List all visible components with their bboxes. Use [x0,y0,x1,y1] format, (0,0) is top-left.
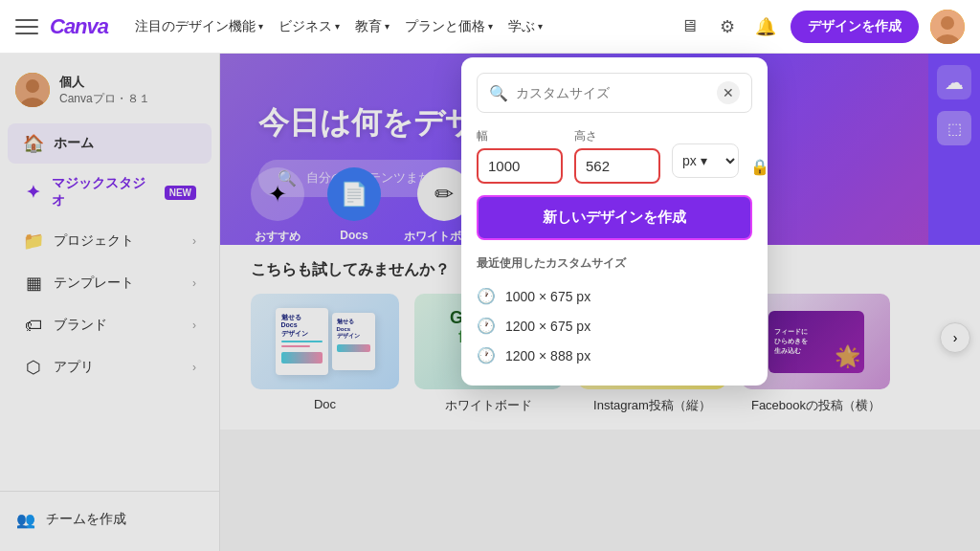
nav-bar: 注目のデザイン機能 ▾ ビジネス ▾ 教育 ▾ プランと価格 ▾ 学ぶ ▾ [127,18,550,35]
lock-button[interactable]: 🔒 [750,151,769,182]
chevron-down-icon: ▾ [385,21,390,32]
custom-size-dropdown: 🔍 ✕ 幅 高さ px ▾ cm mm in 🔒 新しいデザインを作成 最近使用… [461,57,768,386]
nav-business[interactable]: ビジネス ▾ [278,18,340,35]
header: Canva 注目のデザイン機能 ▾ ビジネス ▾ 教育 ▾ プランと価格 ▾ 学… [0,0,980,54]
clock-icon: 🕐 [477,287,496,305]
recent-item-2[interactable]: 🕐 1200 × 888 px [477,341,752,370]
recent-label: 最近使用したカスタムサイズ [477,255,752,272]
header-right: 🖥 ⚙ 🔔 デザインを作成 [676,10,965,44]
close-button[interactable]: ✕ [717,81,740,104]
chevron-down-icon: ▾ [488,21,493,32]
width-group: 幅 [477,128,563,184]
nav-features[interactable]: 注目のデザイン機能 ▾ [135,18,263,35]
height-input[interactable] [574,148,660,184]
dropdown-search-row: 🔍 ✕ [477,73,752,113]
width-label: 幅 [477,128,563,144]
nav-learn[interactable]: 学ぶ ▾ [508,18,543,35]
recent-item-0[interactable]: 🕐 1000 × 675 px [477,281,752,311]
logo[interactable]: Canva [50,14,108,39]
chevron-down-icon: ▾ [538,21,543,32]
create-new-design-button[interactable]: 新しいデザインを作成 [477,195,752,240]
recent-size-1: 1200 × 675 px [505,319,590,334]
nav-education[interactable]: 教育 ▾ [355,18,390,35]
monitor-icon[interactable]: 🖥 [676,13,702,40]
chevron-down-icon: ▾ [258,21,263,32]
recent-size-0: 1000 × 675 px [505,289,590,304]
clock-icon: 🕐 [477,317,496,335]
custom-size-search-input[interactable] [516,85,709,100]
create-design-button[interactable]: デザインを作成 [791,11,919,43]
height-label: 高さ [574,128,660,144]
nav-plans[interactable]: プランと価格 ▾ [405,18,493,35]
recent-item-1[interactable]: 🕐 1200 × 675 px [477,311,752,341]
clock-icon: 🕐 [477,346,496,364]
avatar[interactable] [930,10,965,44]
chevron-down-icon: ▾ [335,21,340,32]
width-input[interactable] [477,148,563,184]
dimensions-row: 幅 高さ px ▾ cm mm in 🔒 [477,128,752,184]
settings-icon[interactable]: ⚙ [714,13,741,40]
recent-size-2: 1200 × 888 px [505,348,590,364]
height-group: 高さ [574,128,660,184]
notification-icon[interactable]: 🔔 [752,13,779,40]
hamburger-menu[interactable] [15,15,38,38]
search-icon: 🔍 [489,84,508,102]
unit-group: px ▾ cm mm in [672,128,739,184]
svg-point-1 [941,16,954,30]
unit-select[interactable]: px ▾ cm mm in [672,143,739,178]
